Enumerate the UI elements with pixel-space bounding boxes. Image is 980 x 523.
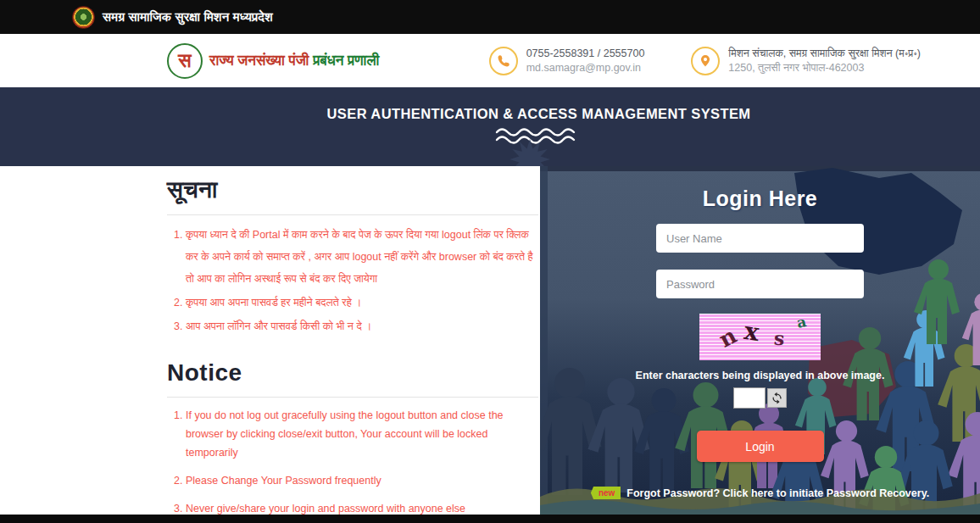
page-title: USER AUTHENTICATION & ACCESS MANAGEMENT … xyxy=(97,106,980,122)
list-item: Please Change Your Password frequently xyxy=(186,471,538,490)
list-item: कृपया ध्यान दे की Portal में काम करने के… xyxy=(186,224,538,290)
starburst-decoration-icon xyxy=(509,138,551,166)
captcha-instruction: Enter characters being displayed in abov… xyxy=(631,370,889,381)
address-lines: मिशन संचालक, समग्र सामाजिक सुरक्षा मिशन … xyxy=(728,47,921,75)
site-title-green: प्रबंधन प्रणाली xyxy=(313,53,379,69)
new-badge: new xyxy=(591,487,621,499)
notice-panel-inner: सूचना कृपया ध्यान दे की Portal में काम क… xyxy=(167,166,538,518)
list-item: आप अपना लॉगिन और पासवर्ड किसी को भी न दे… xyxy=(186,315,538,337)
site-title-red: राज्य जनसंख्या पंजी xyxy=(209,53,313,69)
notice-heading-hindi: सूचना xyxy=(167,176,538,204)
captcha-entry-row xyxy=(656,387,864,409)
username-input[interactable] xyxy=(656,224,864,253)
phone-contact: 0755-2558391 / 2555700 md.samagra@mp.gov… xyxy=(489,47,645,75)
notice-heading-english: Notice xyxy=(167,359,538,387)
captcha-char: a xyxy=(795,314,808,331)
notice-list-english: If you do not log out gracefully using t… xyxy=(167,406,538,518)
divider xyxy=(167,214,538,215)
phone-lines: 0755-2558391 / 2555700 md.samagra@mp.gov… xyxy=(526,47,645,75)
login-panel: Login Here n x s a Enter characters bein… xyxy=(540,166,980,515)
top-bar: समग्र सामाजिक सुरक्षा मिशन मध्यप्रदेश xyxy=(0,0,980,34)
banner: USER AUTHENTICATION & ACCESS MANAGEMENT … xyxy=(0,87,980,166)
login-button[interactable]: Login xyxy=(697,431,824,462)
divider xyxy=(167,397,538,398)
captcha-input[interactable] xyxy=(733,387,766,409)
login-heading: Login Here xyxy=(656,186,864,211)
brand[interactable]: स राज्य जनसंख्या पंजी प्रबंधन प्रणाली xyxy=(167,43,379,79)
phone-icon xyxy=(489,47,518,75)
contact-info: 0755-2558391 / 2555700 md.samagra@mp.gov… xyxy=(489,47,921,75)
refresh-icon xyxy=(771,392,783,404)
captcha-char: n xyxy=(715,322,741,352)
forgot-password-link[interactable]: Forgot Password? Click here to initiate … xyxy=(626,487,929,499)
site-header: स राज्य जनसंख्या पंजी प्रबंधन प्रणाली 07… xyxy=(0,34,980,87)
location-pin-icon xyxy=(691,47,720,75)
mission-title: समग्र सामाजिक सुरक्षा मिशन मध्यप्रदेश xyxy=(103,9,273,25)
address-line2: 1250, तुलसी नगर भोपाल-462003 xyxy=(728,61,921,75)
list-item: कृपया आप अपना पासवर्ड हर महीने बदलते रहे… xyxy=(186,292,538,314)
list-item: If you do not log out gracefully using t… xyxy=(186,406,538,462)
address-contact: मिशन संचालक, समग्र सामाजिक सुरक्षा मिशन … xyxy=(691,47,921,75)
list-item: Never give/share your login and password… xyxy=(186,499,538,518)
captcha-char: x xyxy=(743,316,761,347)
password-input[interactable] xyxy=(656,270,864,298)
captcha-image: n x s a xyxy=(699,314,821,360)
forgot-password-row: new Forgot Password? Click here to initi… xyxy=(614,487,906,499)
captcha-char: s xyxy=(773,327,785,350)
notice-list-hindi: कृपया ध्यान दे की Portal में काम करने के… xyxy=(167,224,538,337)
address-line1: मिशन संचालक, समग्र सामाजिक सुरक्षा मिशन … xyxy=(728,47,921,61)
state-logo-icon: स xyxy=(167,43,203,79)
phone-number: 0755-2558391 / 2555700 xyxy=(526,47,645,61)
notice-panel: सूचना कृपया ध्यान दे की Portal में काम क… xyxy=(0,166,540,515)
main-area: सूचना कृपया ध्यान दे की Portal में काम क… xyxy=(0,166,980,515)
captcha-refresh-button[interactable] xyxy=(767,388,787,408)
mission-emblem-icon xyxy=(72,6,95,29)
site-title: राज्य जनसंख्या पंजी प्रबंधन प्रणाली xyxy=(209,53,379,70)
banner-inner: USER AUTHENTICATION & ACCESS MANAGEMENT … xyxy=(0,87,980,149)
login-form: Login Here n x s a Enter characters bein… xyxy=(656,166,864,499)
email-address[interactable]: md.samagra@mp.gov.in xyxy=(526,61,645,75)
